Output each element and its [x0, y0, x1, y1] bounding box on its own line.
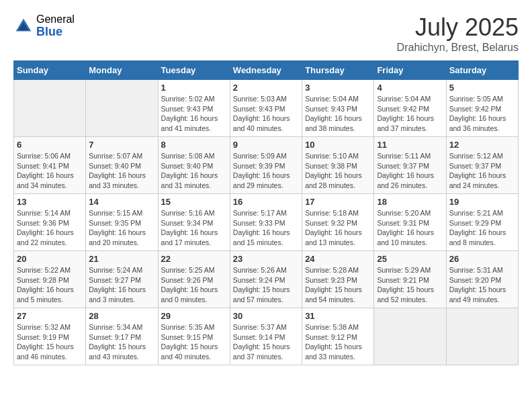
calendar-day-cell: 29Sunrise: 5:35 AM Sunset: 9:15 PM Dayli…: [158, 308, 230, 365]
calendar-day-cell: 20Sunrise: 5:22 AM Sunset: 9:28 PM Dayli…: [14, 251, 86, 308]
calendar-day-cell: 9Sunrise: 5:09 AM Sunset: 9:39 PM Daylig…: [230, 137, 302, 194]
day-info: Sunrise: 5:10 AM Sunset: 9:38 PM Dayligh…: [305, 151, 371, 191]
day-info: Sunrise: 5:22 AM Sunset: 9:28 PM Dayligh…: [17, 265, 83, 305]
calendar-day-cell: 25Sunrise: 5:29 AM Sunset: 9:21 PM Dayli…: [374, 251, 446, 308]
day-info: Sunrise: 5:16 AM Sunset: 9:34 PM Dayligh…: [161, 208, 227, 248]
calendar-day-cell: [14, 80, 86, 137]
calendar-day-cell: 30Sunrise: 5:37 AM Sunset: 9:14 PM Dayli…: [230, 308, 302, 365]
day-number: 13: [17, 197, 83, 207]
day-number: 24: [305, 254, 371, 264]
calendar-day-cell: [374, 308, 446, 365]
day-info: Sunrise: 5:07 AM Sunset: 9:40 PM Dayligh…: [89, 151, 154, 191]
day-info: Sunrise: 5:31 AM Sunset: 9:20 PM Dayligh…: [449, 265, 515, 305]
calendar-day-cell: 7Sunrise: 5:07 AM Sunset: 9:40 PM Daylig…: [86, 137, 158, 194]
day-info: Sunrise: 5:11 AM Sunset: 9:37 PM Dayligh…: [377, 151, 443, 191]
day-number: 9: [233, 140, 299, 150]
day-number: 2: [233, 83, 299, 93]
calendar-week-row: 13Sunrise: 5:14 AM Sunset: 9:36 PM Dayli…: [14, 194, 519, 251]
day-number: 1: [161, 83, 227, 93]
day-number: 4: [377, 83, 443, 93]
calendar-day-cell: 10Sunrise: 5:10 AM Sunset: 9:38 PM Dayli…: [302, 137, 374, 194]
calendar-week-row: 6Sunrise: 5:06 AM Sunset: 9:41 PM Daylig…: [14, 137, 519, 194]
day-info: Sunrise: 5:06 AM Sunset: 9:41 PM Dayligh…: [17, 151, 83, 191]
day-number: 6: [17, 140, 83, 150]
day-number: 29: [161, 311, 227, 321]
day-number: 8: [161, 140, 227, 150]
day-number: 19: [449, 197, 515, 207]
calendar-day-cell: 12Sunrise: 5:12 AM Sunset: 9:37 PM Dayli…: [446, 137, 518, 194]
calendar-day-cell: 2Sunrise: 5:03 AM Sunset: 9:43 PM Daylig…: [230, 80, 302, 137]
calendar-week-row: 20Sunrise: 5:22 AM Sunset: 9:28 PM Dayli…: [14, 251, 519, 308]
day-of-week-header: Sunday: [14, 61, 86, 80]
calendar-day-cell: 24Sunrise: 5:28 AM Sunset: 9:23 PM Dayli…: [302, 251, 374, 308]
day-of-week-header: Saturday: [446, 61, 518, 80]
calendar-day-cell: 15Sunrise: 5:16 AM Sunset: 9:34 PM Dayli…: [158, 194, 230, 251]
day-info: Sunrise: 5:04 AM Sunset: 9:43 PM Dayligh…: [305, 94, 371, 134]
day-info: Sunrise: 5:38 AM Sunset: 9:12 PM Dayligh…: [305, 322, 371, 362]
day-info: Sunrise: 5:04 AM Sunset: 9:42 PM Dayligh…: [377, 94, 443, 134]
location: Drahichyn, Brest, Belarus: [397, 42, 519, 54]
calendar-day-cell: 13Sunrise: 5:14 AM Sunset: 9:36 PM Dayli…: [14, 194, 86, 251]
calendar-day-cell: 27Sunrise: 5:32 AM Sunset: 9:19 PM Dayli…: [14, 308, 86, 365]
day-of-week-header: Wednesday: [230, 61, 302, 80]
day-info: Sunrise: 5:37 AM Sunset: 9:14 PM Dayligh…: [233, 322, 299, 362]
day-number: 22: [161, 254, 227, 264]
calendar-table: SundayMondayTuesdayWednesdayThursdayFrid…: [13, 60, 519, 365]
calendar-day-cell: 16Sunrise: 5:17 AM Sunset: 9:33 PM Dayli…: [230, 194, 302, 251]
month-year: July 2025: [397, 13, 519, 42]
calendar-day-cell: 4Sunrise: 5:04 AM Sunset: 9:42 PM Daylig…: [374, 80, 446, 137]
day-info: Sunrise: 5:12 AM Sunset: 9:37 PM Dayligh…: [449, 151, 515, 191]
calendar-day-cell: 28Sunrise: 5:34 AM Sunset: 9:17 PM Dayli…: [86, 308, 158, 365]
day-info: Sunrise: 5:05 AM Sunset: 9:42 PM Dayligh…: [449, 94, 515, 134]
calendar-day-cell: 3Sunrise: 5:04 AM Sunset: 9:43 PM Daylig…: [302, 80, 374, 137]
day-info: Sunrise: 5:09 AM Sunset: 9:39 PM Dayligh…: [233, 151, 299, 191]
day-info: Sunrise: 5:08 AM Sunset: 9:40 PM Dayligh…: [161, 151, 227, 191]
day-of-week-header: Thursday: [302, 61, 374, 80]
day-number: 25: [377, 254, 443, 264]
title-section: July 2025 Drahichyn, Brest, Belarus: [397, 13, 519, 54]
calendar-day-cell: 19Sunrise: 5:21 AM Sunset: 9:29 PM Dayli…: [446, 194, 518, 251]
day-number: 21: [89, 254, 154, 264]
day-number: 3: [305, 83, 371, 93]
day-number: 11: [377, 140, 443, 150]
calendar-day-cell: 14Sunrise: 5:15 AM Sunset: 9:35 PM Dayli…: [86, 194, 158, 251]
day-of-week-header: Monday: [86, 61, 158, 80]
day-of-week-header: Tuesday: [158, 61, 230, 80]
logo-text: General Blue: [36, 13, 75, 38]
logo-general: General: [36, 13, 75, 26]
calendar-day-cell: 8Sunrise: 5:08 AM Sunset: 9:40 PM Daylig…: [158, 137, 230, 194]
day-number: 28: [89, 311, 154, 321]
day-number: 10: [305, 140, 371, 150]
day-info: Sunrise: 5:29 AM Sunset: 9:21 PM Dayligh…: [377, 265, 443, 305]
calendar-day-cell: [446, 308, 518, 365]
day-info: Sunrise: 5:03 AM Sunset: 9:43 PM Dayligh…: [233, 94, 299, 134]
day-number: 26: [449, 254, 515, 264]
calendar-day-cell: 21Sunrise: 5:24 AM Sunset: 9:27 PM Dayli…: [86, 251, 158, 308]
calendar-day-cell: [86, 80, 158, 137]
calendar-day-cell: 17Sunrise: 5:18 AM Sunset: 9:32 PM Dayli…: [302, 194, 374, 251]
calendar-day-cell: 6Sunrise: 5:06 AM Sunset: 9:41 PM Daylig…: [14, 137, 86, 194]
day-number: 16: [233, 197, 299, 207]
calendar-day-cell: 1Sunrise: 5:02 AM Sunset: 9:43 PM Daylig…: [158, 80, 230, 137]
calendar-day-cell: 23Sunrise: 5:26 AM Sunset: 9:24 PM Dayli…: [230, 251, 302, 308]
day-info: Sunrise: 5:25 AM Sunset: 9:26 PM Dayligh…: [161, 265, 227, 305]
day-info: Sunrise: 5:15 AM Sunset: 9:35 PM Dayligh…: [89, 208, 154, 248]
day-info: Sunrise: 5:32 AM Sunset: 9:19 PM Dayligh…: [17, 322, 83, 362]
page-header: General Blue July 2025 Drahichyn, Brest,…: [13, 13, 519, 54]
calendar-day-cell: 11Sunrise: 5:11 AM Sunset: 9:37 PM Dayli…: [374, 137, 446, 194]
calendar-week-row: 27Sunrise: 5:32 AM Sunset: 9:19 PM Dayli…: [14, 308, 519, 365]
day-info: Sunrise: 5:28 AM Sunset: 9:23 PM Dayligh…: [305, 265, 371, 305]
day-info: Sunrise: 5:24 AM Sunset: 9:27 PM Dayligh…: [89, 265, 154, 305]
day-info: Sunrise: 5:20 AM Sunset: 9:31 PM Dayligh…: [377, 208, 443, 248]
day-number: 5: [449, 83, 515, 93]
day-number: 23: [233, 254, 299, 264]
calendar-day-cell: 5Sunrise: 5:05 AM Sunset: 9:42 PM Daylig…: [446, 80, 518, 137]
logo: General Blue: [13, 13, 75, 38]
day-info: Sunrise: 5:17 AM Sunset: 9:33 PM Dayligh…: [233, 208, 299, 248]
calendar-header-row: SundayMondayTuesdayWednesdayThursdayFrid…: [14, 61, 519, 80]
calendar-day-cell: 26Sunrise: 5:31 AM Sunset: 9:20 PM Dayli…: [446, 251, 518, 308]
day-info: Sunrise: 5:18 AM Sunset: 9:32 PM Dayligh…: [305, 208, 371, 248]
day-number: 30: [233, 311, 299, 321]
day-number: 15: [161, 197, 227, 207]
logo-icon: [13, 16, 34, 36]
